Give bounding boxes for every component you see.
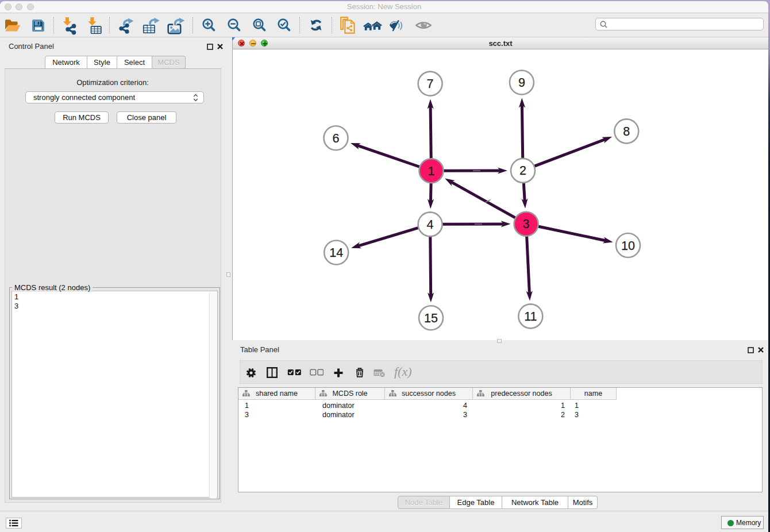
svg-text:9: 9	[518, 76, 525, 90]
svg-text:10: 10	[621, 239, 635, 253]
svg-text:14: 14	[329, 246, 343, 260]
svg-text:8: 8	[623, 125, 630, 138]
svg-text:15: 15	[424, 311, 438, 325]
svg-text:4: 4	[427, 218, 434, 232]
svg-text:11: 11	[524, 310, 537, 323]
svg-text:3: 3	[523, 217, 530, 231]
svg-text:2: 2	[519, 164, 526, 178]
svg-text:6: 6	[333, 132, 340, 145]
svg-text:1: 1	[428, 164, 435, 178]
svg-text:7: 7	[427, 77, 434, 91]
